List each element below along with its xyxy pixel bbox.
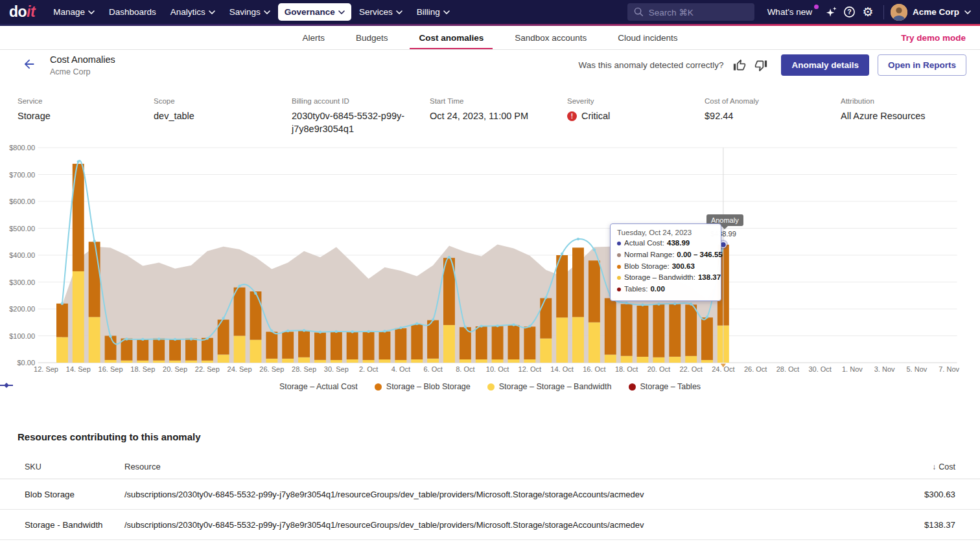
ai-sparkle-icon[interactable] — [822, 3, 841, 21]
nav-divider — [883, 5, 884, 19]
sort-descending-icon[interactable]: ↓ — [932, 462, 936, 471]
svg-text:16. Sep: 16. Sep — [99, 365, 123, 373]
thumbs-up-icon[interactable] — [733, 59, 746, 72]
line-diamond-marker — [0, 382, 13, 389]
nav-item-billing[interactable]: Billing — [410, 3, 456, 21]
search-input[interactable]: Search ⌘K — [627, 3, 754, 21]
svg-text:5. Nov: 5. Nov — [907, 365, 928, 373]
info-value: dev_table — [154, 110, 292, 123]
svg-text:6. Oct: 6. Oct — [423, 365, 442, 373]
circle-marker — [375, 383, 382, 391]
svg-text:3. Nov: 3. Nov — [874, 365, 895, 373]
info-label: Service — [18, 97, 154, 105]
doit-logo[interactable]: doit — [9, 5, 35, 19]
nav-item-manage[interactable]: Manage — [47, 3, 101, 21]
info-field-scope: Scopedev_table — [154, 97, 292, 135]
tab-budgets[interactable]: Budgets — [352, 26, 392, 49]
svg-text:14. Sep: 14. Sep — [66, 365, 91, 373]
anomaly-chart[interactable]: $0.00$100.00$200.00$300.00$400.00$500.00… — [0, 141, 980, 400]
chart-canvas[interactable]: $0.00$100.00$200.00$300.00$400.00$500.00… — [0, 141, 980, 374]
try-demo-mode-link[interactable]: Try demo mode — [901, 26, 966, 49]
nav-item-services[interactable]: Services — [353, 3, 409, 21]
legend-item-storage-tables[interactable]: Storage – Tables — [629, 382, 701, 391]
chevron-down-icon — [88, 10, 95, 14]
tab-bar: AlertsBudgetsCost anomaliesSandbox accou… — [0, 26, 980, 50]
tab-alerts[interactable]: Alerts — [298, 26, 329, 49]
info-field-attribution: AttributionAll Azure Resources — [841, 97, 974, 135]
info-field-service: ServiceStorage — [18, 97, 154, 135]
cell-resource: /subscriptions/2030ty0v-6845-5532-p99y-j… — [124, 520, 889, 530]
legend-item-storage-storage-bandwidth[interactable]: Storage – Storage – Bandwidth — [487, 382, 612, 391]
page-header: Cost Anomalies Acme Corp Was this anomal… — [0, 51, 980, 82]
info-label: Cost of Anomaly — [705, 97, 841, 105]
cell-cost: $138.37 — [889, 520, 980, 530]
account-menu[interactable]: Acme Corp — [891, 4, 971, 21]
legend-item-storage-actual-cost[interactable]: Storage – Actual Cost — [279, 382, 358, 391]
nav-item-governance[interactable]: Governance — [278, 3, 351, 21]
circle-marker — [487, 383, 495, 391]
chevron-down-icon — [964, 10, 971, 14]
info-field-cost-of-anomaly: Cost of Anomaly$92.44 — [705, 97, 841, 135]
whats-new-link[interactable]: What's new — [767, 7, 812, 17]
info-label: Severity — [567, 97, 705, 105]
cell-sku: Storage - Bandwidth — [0, 520, 124, 530]
search-placeholder: Search ⌘K — [649, 7, 694, 17]
svg-text:$0.00: $0.00 — [17, 359, 35, 367]
info-field-severity: Severity!Critical — [567, 97, 705, 135]
svg-text:7. Nov: 7. Nov — [939, 365, 959, 373]
nav-item-savings[interactable]: Savings — [223, 3, 277, 21]
tab-cost-anomalies[interactable]: Cost anomalies — [415, 26, 487, 49]
svg-text:14. Oct: 14. Oct — [550, 365, 573, 373]
legend-item-storage-blob-storage[interactable]: Storage – Blob Storage — [375, 382, 471, 391]
cell-cost: $300.63 — [889, 490, 980, 499]
chevron-down-icon — [396, 10, 402, 14]
table-row: Storage - Bandwidth /subscriptions/2030t… — [0, 510, 980, 540]
thumbs-down-icon[interactable] — [754, 59, 767, 72]
chevron-down-icon — [338, 10, 345, 14]
svg-text:1. Nov: 1. Nov — [842, 365, 863, 373]
svg-text:16. Oct: 16. Oct — [583, 365, 605, 373]
circle-marker — [629, 383, 636, 391]
svg-text:8. Oct: 8. Oct — [456, 365, 474, 373]
page-title: Cost Anomalies — [50, 54, 115, 65]
search-icon — [634, 7, 644, 17]
back-arrow-icon[interactable] — [22, 57, 36, 74]
open-in-reports-button[interactable]: Open in Reports — [878, 54, 966, 76]
svg-text:26. Sep: 26. Sep — [259, 365, 284, 373]
svg-text:10. Oct: 10. Oct — [486, 365, 509, 373]
table-header: SKU Resource ↓Cost — [0, 455, 980, 479]
chevron-down-icon — [209, 10, 215, 14]
chart-legend: Storage – Actual CostStorage – Blob Stor… — [0, 382, 980, 391]
tooltip-row: Blob Storage:300.63 — [617, 261, 714, 273]
svg-text:22. Oct: 22. Oct — [679, 365, 702, 373]
svg-text:$700.00: $700.00 — [9, 171, 35, 179]
tooltip-row: Actual Cost:438.99 — [617, 238, 714, 249]
chevron-down-icon — [443, 10, 450, 14]
info-label: Attribution — [841, 97, 974, 105]
svg-text:$400.00: $400.00 — [9, 251, 35, 259]
nav-item-analytics[interactable]: Analytics — [164, 3, 222, 21]
svg-text:30. Oct: 30. Oct — [808, 365, 831, 373]
help-icon[interactable]: ? — [841, 3, 859, 21]
tooltip-row: Storage – Bandwidth:138.37 — [617, 272, 714, 284]
info-label: Billing account ID — [292, 97, 430, 105]
page-subtitle: Acme Corp — [50, 67, 115, 76]
column-header-sku: SKU — [0, 462, 124, 471]
svg-text:30. Sep: 30. Sep — [324, 365, 349, 373]
svg-text:$100.00: $100.00 — [9, 332, 35, 340]
anomaly-info-row: ServiceStorageScopedev_tableBilling acco… — [18, 97, 974, 135]
tab-sandbox-accounts[interactable]: Sandbox accounts — [511, 26, 590, 49]
svg-text:$800.00: $800.00 — [9, 144, 35, 152]
nav-item-dashboards[interactable]: Dashboards — [102, 3, 163, 21]
account-name: Acme Corp — [913, 7, 959, 17]
column-header-cost[interactable]: ↓Cost — [889, 462, 980, 471]
anomaly-details-button[interactable]: Anomaly details — [781, 54, 869, 76]
svg-text:$500.00: $500.00 — [9, 225, 35, 232]
svg-text:24. Sep: 24. Sep — [228, 365, 252, 373]
tab-cloud-incidents[interactable]: Cloud incidents — [614, 26, 681, 49]
settings-gear-icon[interactable]: ⚙ — [859, 3, 877, 21]
info-value: Storage — [18, 110, 154, 123]
info-label: Scope — [154, 97, 292, 105]
tooltip-date: Tuesday, Oct 24, 2023 — [617, 229, 714, 236]
notification-dot — [814, 5, 819, 9]
